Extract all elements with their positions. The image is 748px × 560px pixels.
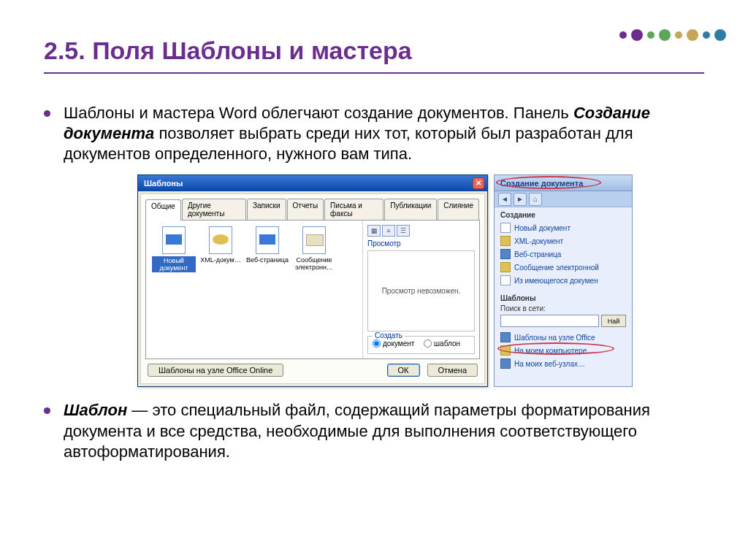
- title-underline: [44, 72, 704, 74]
- task-pane: Создание документа ◄ ► ⌂ Создание Новый …: [494, 174, 633, 387]
- link-from-existing[interactable]: Из имеющегося докумен: [500, 274, 626, 287]
- link-email[interactable]: Сообщение электронной: [500, 261, 626, 274]
- bullet-text-2: Шаблон — это специальный файл, содержащи…: [64, 400, 704, 461]
- link-office-online[interactable]: Шаблоны на узле Office: [500, 331, 626, 344]
- tab-merge[interactable]: Слияние: [438, 199, 479, 220]
- tab-strip: Общие Другие документы Записки Отчеты Пи…: [145, 199, 480, 220]
- home-button[interactable]: ⌂: [529, 193, 542, 206]
- tab-notes[interactable]: Записки: [247, 199, 286, 220]
- radio-document[interactable]: документ: [373, 340, 414, 348]
- view-details[interactable]: ☰: [397, 225, 410, 237]
- close-button[interactable]: ✕: [473, 177, 484, 189]
- link-xml[interactable]: XML-документ: [500, 234, 626, 248]
- tab-general[interactable]: Общие: [145, 199, 181, 220]
- create-group-label: Создать: [373, 331, 405, 340]
- ok-button[interactable]: ОК: [387, 364, 420, 377]
- template-new-doc[interactable]: Новый документ: [152, 226, 196, 272]
- forward-button[interactable]: ►: [514, 193, 527, 206]
- tab-pubs[interactable]: Публикации: [384, 199, 437, 220]
- preview-box: Просмотр невозможен.: [367, 250, 475, 331]
- section-templates-title: Шаблоны: [500, 294, 626, 302]
- bullet-icon: [44, 110, 50, 117]
- dialog-title: Шаблоны: [144, 179, 183, 188]
- bullet-text-1: Шаблоны и мастера Word облегчают создани…: [64, 103, 704, 164]
- tab-other[interactable]: Другие документы: [182, 199, 246, 220]
- deco-dots: [619, 29, 726, 41]
- tab-reports[interactable]: Отчеты: [287, 199, 324, 220]
- template-web[interactable]: Веб-страница: [245, 226, 289, 264]
- template-icons-area: Новый документ XML-докум… Веб-страница: [146, 220, 362, 358]
- preview-label: Просмотр: [367, 239, 475, 248]
- tab-letters[interactable]: Письма и факсы: [324, 199, 383, 220]
- slide-title: 2.5. Поля Шаблоны и мастера: [44, 37, 704, 65]
- taskpane-title: Создание документа: [500, 179, 583, 188]
- search-input[interactable]: [500, 315, 599, 327]
- office-online-button[interactable]: Шаблоны на узле Office Online: [148, 364, 283, 377]
- link-my-computer[interactable]: На моем компьютере…: [500, 344, 626, 357]
- search-go-button[interactable]: Най: [601, 315, 626, 327]
- view-large-icons[interactable]: ▦: [367, 225, 381, 237]
- template-xml[interactable]: XML-докум…: [199, 226, 243, 264]
- templates-dialog: Шаблоны ✕ Общие Другие документы Записки…: [137, 174, 488, 387]
- cancel-button[interactable]: Отмена: [427, 364, 478, 377]
- link-my-websites[interactable]: На моих веб-узлах…: [500, 357, 626, 370]
- view-list[interactable]: ≡: [382, 225, 395, 237]
- section-create-title: Создание: [500, 211, 626, 219]
- template-msg[interactable]: Сообщение электронн…: [292, 226, 336, 271]
- search-label: Поиск в сети:: [500, 304, 626, 312]
- link-web[interactable]: Веб-страница: [500, 248, 626, 261]
- bullet-icon: [44, 407, 50, 414]
- radio-template[interactable]: шаблон: [424, 340, 460, 348]
- back-button[interactable]: ◄: [498, 193, 511, 206]
- link-new-doc[interactable]: Новый документ: [500, 221, 626, 234]
